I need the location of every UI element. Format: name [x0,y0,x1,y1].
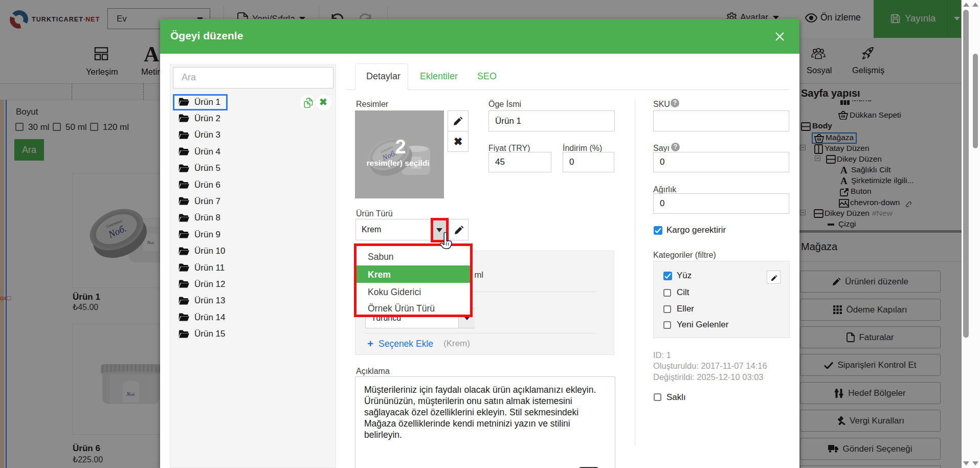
svg-text:resim(ler) seçildi: resim(ler) seçildi [366,159,429,167]
svg-text:2: 2 [395,136,406,158]
